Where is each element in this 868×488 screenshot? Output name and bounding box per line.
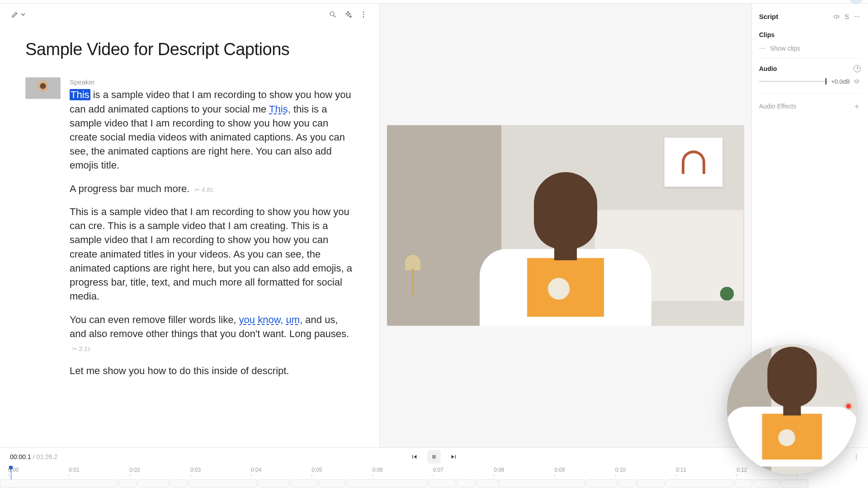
show-clips-button[interactable]: Show clips <box>770 45 800 52</box>
timeline-tick: 0:00 <box>8 467 19 473</box>
timeline-more-button[interactable] <box>853 453 860 460</box>
audio-gain-slider[interactable] <box>759 81 827 82</box>
speaker-label: Speaker <box>70 77 354 87</box>
timeline-tick: 0:10 <box>615 467 626 473</box>
timeline[interactable]: 0:000:010:020:030:040:050:060:070:080:09… <box>0 466 868 488</box>
sidebar-tab-script[interactable]: Script <box>759 13 778 20</box>
timeline-segment[interactable] <box>0 479 118 488</box>
sidebar-section-clips: Clips <box>759 25 861 41</box>
timeline-segment[interactable] <box>170 479 188 488</box>
timeline-tick: 0:01 <box>69 467 79 473</box>
timeline-segment[interactable] <box>734 479 752 488</box>
more-horizontal-icon <box>854 13 861 20</box>
timeline-segment[interactable] <box>476 479 498 488</box>
add-effect-button[interactable]: ＋ <box>853 101 861 112</box>
timeline-segment[interactable] <box>346 479 428 488</box>
clock-icon[interactable] <box>854 65 861 72</box>
filler-word[interactable]: you know, <box>239 314 283 325</box>
timeline-tick: 0:12 <box>736 467 747 473</box>
transcript-paragraph[interactable]: This is a sample video that I am recordi… <box>70 205 354 304</box>
skip-forward-button[interactable] <box>447 450 461 464</box>
more-vertical-icon <box>853 453 860 460</box>
timeline-segment[interactable] <box>118 479 137 488</box>
transcript-paragraph[interactable]: This is a sample video that I am recordi… <box>70 88 354 172</box>
page-title[interactable]: Sample Video for Descript Captions <box>25 40 354 59</box>
svg-point-9 <box>856 459 857 460</box>
timeline-segment[interactable] <box>189 479 257 488</box>
transcript[interactable]: Speaker This is a sample video that I am… <box>70 77 354 387</box>
pause-marker[interactable]: ✂ 3.1s <box>71 345 90 352</box>
timeline-segment[interactable] <box>665 479 733 488</box>
timeline-tick: 0:04 <box>251 467 261 473</box>
script-panel: Sample Video for Descript Captions Speak… <box>0 4 380 447</box>
timeline-tick: 0:03 <box>190 467 201 473</box>
svg-point-0 <box>330 12 334 16</box>
ai-button[interactable] <box>343 9 353 19</box>
more-button[interactable] <box>359 9 368 19</box>
timeline-segment[interactable] <box>318 479 345 488</box>
chevron-down-icon <box>21 12 25 17</box>
transport-bar: 00:00.1/01:26.2 0:000:010:020:030:040:05… <box>0 447 868 488</box>
skip-next-icon <box>450 453 458 460</box>
speaker-volume-icon[interactable] <box>833 13 840 20</box>
audio-gain-value: +0.0dB <box>831 78 850 85</box>
script-toolbar <box>0 4 379 25</box>
more-button[interactable] <box>854 13 861 20</box>
timeline-tick: 0:06 <box>373 467 383 473</box>
search-button[interactable] <box>328 9 338 19</box>
svg-point-8 <box>856 456 857 457</box>
timeline-segment[interactable] <box>429 479 456 488</box>
keyboard-shortcut-hint: S <box>844 13 849 20</box>
pencil-icon <box>11 10 19 19</box>
skip-back-button[interactable] <box>407 450 421 464</box>
corrected-word[interactable]: This, <box>269 103 291 115</box>
timeline-tick: 0:02 <box>130 467 140 473</box>
sparkle-icon <box>344 10 352 19</box>
pause-icon <box>431 454 437 460</box>
filler-word[interactable]: um, <box>286 314 303 325</box>
timeline-tick: 0:08 <box>494 467 504 473</box>
svg-point-1 <box>363 12 364 13</box>
timeline-segment[interactable] <box>499 479 585 488</box>
timeline-tick: 0:11 <box>676 467 686 473</box>
clips-more-button[interactable]: ⋯ <box>759 45 765 52</box>
svg-point-5 <box>857 16 858 17</box>
sidebar-section-audio: Audio <box>759 65 777 72</box>
timeline-tick: 0:05 <box>311 467 322 473</box>
timeline-segment[interactable] <box>618 479 637 488</box>
sidebar-section-effects: Audio Effects <box>759 103 796 110</box>
timeline-tick: 0:07 <box>433 467 443 473</box>
timeline-segment[interactable] <box>258 479 289 488</box>
timeline-segment[interactable] <box>637 479 665 488</box>
timeline-segment[interactable] <box>137 479 169 488</box>
speaker-volume-icon[interactable] <box>854 78 861 85</box>
transcript-paragraph[interactable]: A progress bar much more. ✂ 4.8s <box>70 182 354 196</box>
play-pause-button[interactable] <box>427 450 441 464</box>
timeline-segment[interactable] <box>290 479 317 488</box>
preview-panel <box>380 4 751 447</box>
svg-point-6 <box>859 16 860 17</box>
app-topbar <box>0 0 868 4</box>
svg-point-4 <box>854 16 855 17</box>
skip-previous-icon <box>410 453 418 460</box>
pause-marker[interactable]: ✂ 4.8s <box>194 186 213 193</box>
transcript-paragraph[interactable]: You can even remove filler words like, y… <box>70 313 354 355</box>
timeline-tick: 0:09 <box>554 467 565 473</box>
svg-point-7 <box>856 454 857 455</box>
clip-thumbnail[interactable] <box>25 77 61 99</box>
timeline-segment[interactable] <box>753 479 780 488</box>
search-icon <box>329 10 337 19</box>
timeline-segment[interactable] <box>781 479 808 488</box>
current-word-highlight: This <box>70 89 90 100</box>
svg-point-2 <box>363 14 364 15</box>
video-preview[interactable] <box>387 125 744 326</box>
script-tool-dropdown[interactable] <box>11 10 25 19</box>
playback-time: 00:00.1/01:26.2 <box>10 453 57 460</box>
avatar[interactable] <box>849 0 863 5</box>
transcript-paragraph[interactable]: Let me show you how to do this inside of… <box>70 364 354 378</box>
webcam-pip[interactable] <box>727 344 857 474</box>
more-vertical-icon <box>359 10 368 19</box>
svg-point-3 <box>363 16 364 17</box>
timeline-segment[interactable] <box>586 479 618 488</box>
timeline-segment[interactable] <box>457 479 475 488</box>
